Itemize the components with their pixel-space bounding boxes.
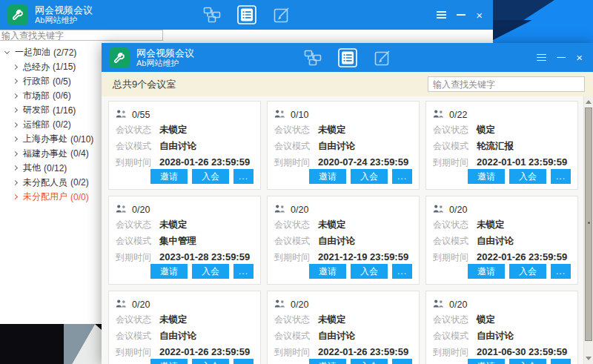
- status-label: 会议状态: [116, 219, 151, 231]
- join-button[interactable]: 入会: [509, 169, 546, 184]
- mode-value: 自由讨论: [159, 140, 196, 153]
- chevron-right-icon[interactable]: [13, 151, 18, 156]
- tree-search-input[interactable]: [0, 30, 163, 41]
- scrollbar-thumb[interactable]: [585, 107, 592, 341]
- close-icon[interactable]: ×: [476, 10, 483, 21]
- tree-item[interactable]: 福建办事处(0/4): [0, 147, 102, 162]
- scrollbar[interactable]: [583, 96, 593, 364]
- join-button[interactable]: 入会: [192, 359, 229, 364]
- status-label: 会议状态: [274, 219, 310, 231]
- edit-room-icon[interactable]: [273, 6, 291, 24]
- app-title: 网会视频会议: [136, 47, 194, 59]
- invite-button[interactable]: 邀请: [309, 169, 346, 184]
- chevron-right-icon[interactable]: [13, 180, 18, 185]
- more-button[interactable]: ...: [392, 169, 412, 184]
- chevron-right-icon[interactable]: [13, 64, 18, 70]
- status-value: 未锁定: [159, 124, 188, 136]
- invite-button[interactable]: 邀请: [468, 359, 505, 364]
- more-button[interactable]: ...: [392, 264, 412, 279]
- chevron-right-icon[interactable]: [13, 165, 18, 171]
- status-label: 会议状态: [116, 314, 151, 326]
- back-window-controls: ×: [437, 0, 483, 30]
- menu-icon[interactable]: [437, 11, 446, 19]
- tree-item[interactable]: 未分配用户(0/0): [0, 190, 102, 205]
- tree-item-count: (1/15): [53, 62, 76, 72]
- room-occupancy-row: 0/20: [116, 300, 254, 310]
- front-window-controls: ×: [537, 43, 583, 72]
- tree-item[interactable]: 一起加油(2/72): [0, 45, 102, 60]
- card-actions: 邀请入会...: [274, 359, 412, 364]
- tree-item-label: 未分配用户: [23, 191, 67, 203]
- join-button[interactable]: 入会: [509, 359, 546, 364]
- tree-item[interactable]: 总经办(1/15): [0, 60, 102, 75]
- scroll-up-icon[interactable]: [586, 100, 592, 104]
- menu-icon[interactable]: [537, 54, 546, 62]
- invite-button[interactable]: 邀请: [150, 264, 188, 279]
- room-search-input[interactable]: [428, 76, 585, 92]
- more-button[interactable]: ...: [233, 359, 254, 364]
- org-structure-icon[interactable]: [203, 6, 221, 24]
- chevron-right-icon[interactable]: [13, 194, 18, 199]
- chevron-right-icon[interactable]: [13, 136, 18, 142]
- mode-label: 会议模式: [116, 235, 151, 248]
- room-summary-bar: 总共9个会议室: [102, 72, 593, 96]
- more-button[interactable]: ...: [551, 264, 571, 279]
- org-structure-icon[interactable]: [304, 49, 322, 67]
- more-button[interactable]: ...: [392, 359, 412, 364]
- wrench-app-icon: [109, 47, 130, 68]
- status-label: 会议状态: [433, 124, 468, 136]
- room-occupancy-row: 0/20: [274, 205, 412, 215]
- room-occupancy-row: 0/55: [116, 110, 254, 120]
- more-button[interactable]: ...: [551, 169, 571, 184]
- scroll-down-icon[interactable]: [586, 357, 592, 360]
- invite-button[interactable]: 邀请: [468, 264, 505, 279]
- chevron-right-icon[interactable]: [13, 93, 18, 99]
- scrollbar-grip: [588, 222, 590, 224]
- join-button[interactable]: 入会: [192, 264, 229, 279]
- tree-item[interactable]: 运维部(0/2): [0, 118, 102, 133]
- room-list-icon-selected[interactable]: [338, 48, 357, 67]
- tree-item[interactable]: 研发部(1/16): [0, 103, 102, 118]
- minimize-icon[interactable]: [457, 14, 466, 16]
- tree-item[interactable]: 行政部(0/5): [0, 74, 102, 89]
- chevron-right-icon[interactable]: [13, 79, 18, 84]
- chevron-right-icon[interactable]: [13, 122, 18, 128]
- tree-item[interactable]: 其他(0/12): [0, 161, 102, 176]
- close-icon[interactable]: ×: [576, 52, 583, 63]
- card-actions: 邀请入会...: [433, 264, 571, 279]
- tree-item-count: (0/5): [53, 76, 71, 87]
- participants-icon: [433, 110, 444, 120]
- invite-button[interactable]: 邀请: [150, 359, 188, 364]
- status-label: 会议状态: [116, 124, 151, 136]
- minimize-icon[interactable]: [557, 57, 566, 59]
- tree-item[interactable]: 市场部(0/6): [0, 89, 102, 104]
- more-button[interactable]: ...: [233, 169, 254, 184]
- participants-icon: [116, 300, 127, 310]
- chevron-down-icon[interactable]: [4, 49, 10, 54]
- status-value: 锁定: [477, 124, 495, 136]
- participants-icon: [116, 110, 127, 120]
- invite-button[interactable]: 邀请: [150, 169, 188, 184]
- join-button[interactable]: 入会: [351, 359, 388, 364]
- invite-button[interactable]: 邀请: [309, 264, 346, 279]
- tree-item-label: 福建办事处: [23, 148, 67, 160]
- room-list-icon-selected[interactable]: [237, 5, 256, 24]
- invite-button[interactable]: 邀请: [468, 169, 505, 184]
- expire-value: 2022-01-26 23:59:59: [477, 251, 567, 262]
- more-button[interactable]: ...: [551, 359, 571, 364]
- tree-item[interactable]: 未分配人员(0/2): [0, 176, 102, 191]
- invite-button[interactable]: 邀请: [309, 359, 346, 364]
- status-label: 会议状态: [433, 219, 468, 231]
- join-button[interactable]: 入会: [351, 264, 388, 279]
- join-button[interactable]: 入会: [192, 169, 229, 184]
- join-button[interactable]: 入会: [351, 169, 388, 184]
- more-button[interactable]: ...: [233, 264, 254, 279]
- expire-label: 到期时间: [433, 251, 468, 264]
- edit-room-icon[interactable]: [374, 49, 391, 67]
- mode-value: 自由讨论: [318, 140, 355, 153]
- back-toolbar: [203, 0, 291, 30]
- tree-item[interactable]: 上海办事处(0/10): [0, 132, 102, 147]
- join-button[interactable]: 入会: [509, 264, 546, 279]
- chevron-right-icon[interactable]: [13, 107, 18, 113]
- room-occupancy-row: 0/22: [433, 110, 571, 120]
